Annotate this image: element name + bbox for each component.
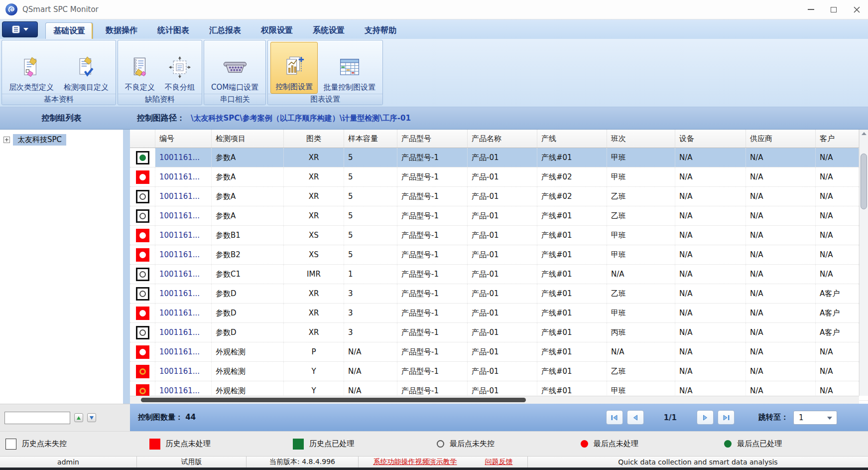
cell: A客户 [816,323,859,342]
first-page-button[interactable] [606,410,623,425]
chart-path-value[interactable]: \太友科技SPC\参考案例（以工序顺序构建）\计量型检测\工序-01 [191,114,411,123]
status-last-outline-icon [139,291,146,297]
cell: 1001161... [155,362,212,381]
tree-root-label[interactable]: 太友科技SPC [13,134,66,146]
search-down-button[interactable] [87,413,96,422]
column-header[interactable]: 供应商 [746,130,816,148]
column-header[interactable]: 图类 [284,130,344,148]
search-up-button[interactable] [74,413,83,422]
cell: 产品-01 [468,342,537,361]
com-port-button[interactable]: COM端口设置 [207,42,263,94]
horizontal-scrollbar-thumb[interactable] [141,398,526,402]
menu-list-icon [12,25,21,33]
page-indicator: 1/1 [664,413,677,422]
application-menu-button[interactable] [2,21,38,37]
ribbon-group-label: 缺陷资料 [118,94,202,105]
tab-5[interactable]: 权限设置 [253,22,300,39]
table-row[interactable]: 1001161...参数DXR3产品型号-1产品-01产线#01丙班N/AN/A… [130,323,868,342]
table-row[interactable]: 1001161...参数AXR5产品型号-1产品-01产线#01甲班N/AN/A… [130,148,868,167]
chart-path-label: 控制图路径： [137,113,185,124]
cell: 3 [344,304,397,322]
feedback-link[interactable]: 问题反馈 [485,458,513,467]
legend-green-square-icon [293,439,304,450]
status-history-white-icon [136,268,149,281]
cell: N/A [816,245,859,264]
table-row[interactable]: 1001161...参数AXR5产品型号-1产品-01产线#01乙班N/AN/A… [130,206,868,226]
status-cell [130,226,155,245]
column-header[interactable]: 检测项目 [212,130,284,148]
next-page-icon [702,414,709,421]
page-navigation: 1/1 跳转至： 1 [604,410,837,425]
table-row[interactable]: 1001161...参数B2XS5产品型号-1产品-01产线#01甲班N/AN/… [130,245,868,265]
defect-group-button[interactable]: 不良分组 [160,42,199,94]
inspect-item-define-button[interactable]: 检测项目定义 [59,42,113,94]
video-tutorial-link[interactable]: 系统功能操作视频演示教学 [373,458,457,467]
table-row[interactable]: 1001161...参数B1XS5产品型号-1产品-01产线#01甲班N/AN/… [130,226,868,245]
close-button[interactable] [845,0,868,19]
table-row[interactable]: 1001161...参数AXR5产品型号-1产品-01产线#02乙班N/AN/A… [130,187,868,206]
cell: 产线#01 [537,342,607,361]
vertical-scrollbar[interactable] [859,130,868,396]
cell: 产品-01 [468,284,537,303]
last-page-button[interactable] [718,410,735,425]
app-title: QSmart SPC Monitor [22,5,99,14]
defect-group-icon [169,53,191,82]
minimize-button[interactable] [799,0,822,19]
cell: 产品-01 [468,206,537,225]
column-header[interactable]: 产线 [537,130,607,148]
jump-to-label: 跳转至： [758,413,788,422]
cell: 产品型号-1 [397,323,468,342]
tab-3[interactable]: 统计图表 [150,22,197,39]
tree-item-root[interactable]: 太友科技SPC [0,134,123,146]
legend-white-square-icon [5,439,16,450]
batch-chart-setting-button[interactable]: 批量控制图设置 [319,42,380,94]
ribbon-group-label: 图表设置 [268,94,382,105]
taskbar-edge [0,468,868,470]
expand-plus-icon[interactable] [3,137,10,143]
table-row[interactable]: 1001161...参数DXR3产品型号-1产品-01产线#01乙班N/AN/A… [130,284,868,304]
tree-search-input[interactable] [4,412,70,424]
table-row[interactable]: 1001161...外观检测YN/A产品型号-1产品-01产线#01乙班N/AN… [130,362,868,381]
defect-define-button[interactable]: 不良定义 [121,42,159,94]
column-header[interactable]: 样本容量 [344,130,397,148]
horizontal-scrollbar[interactable] [130,396,859,404]
column-header[interactable]: 客户 [816,130,859,148]
cell: 参数D [212,323,284,342]
column-header[interactable]: 班次 [607,130,675,148]
previous-page-button[interactable] [627,410,644,425]
cell: 乙班 [607,187,675,206]
tab-6[interactable]: 系统设置 [305,22,352,39]
tab-2[interactable]: 数据操作 [98,22,145,39]
table-row[interactable]: 1001161...参数AXR5产品型号-1产品-01产线#02甲班N/AN/A… [130,167,868,187]
cell: 参数A [212,167,284,186]
tab-7[interactable]: 支持帮助 [357,22,404,39]
cell: N/A [816,167,859,186]
column-header[interactable]: 产品型号 [397,130,468,148]
control-chart-setting-button[interactable]: 控制图设置 [270,42,318,94]
tab-4[interactable]: 汇总报表 [202,22,248,39]
ribbon-group-label: 基本资料 [2,94,116,105]
cell: 5 [344,187,397,206]
cell: P [284,342,344,361]
column-header[interactable]: 编号 [155,130,212,148]
first-page-icon [611,414,618,421]
status-cell [130,284,155,303]
hierarchy-define-button[interactable]: 层次类型定义 [4,42,58,94]
next-page-button[interactable] [697,410,714,425]
table-row[interactable]: 1001161...参数DXR3产品型号-1产品-01产线#01甲班N/AN/A… [130,304,868,323]
cell: 甲班 [607,167,675,186]
tab-1[interactable]: 基础设置 [45,22,93,39]
table-row[interactable]: 1001161...参数C1IMR1产品型号-1产品-01产线#01N/AN/A… [130,265,868,284]
cell: 5 [344,167,397,186]
legend-label: 历史点未失控 [22,439,67,449]
vertical-scrollbar-thumb[interactable] [861,154,867,209]
status-last-white-icon [139,232,146,239]
jump-page-select[interactable]: 1 [793,411,837,425]
column-header[interactable]: 设备 [675,130,746,148]
status-last-white-icon [139,252,146,258]
status-cell [130,342,155,361]
inspect-item-define-label: 检测项目定义 [64,83,109,92]
table-row[interactable]: 1001161...外观检测PN/A产品型号-1产品-01产线#01N/AN/A… [130,342,868,362]
maximize-button[interactable] [822,0,845,19]
column-header[interactable]: 产品名称 [468,130,537,148]
